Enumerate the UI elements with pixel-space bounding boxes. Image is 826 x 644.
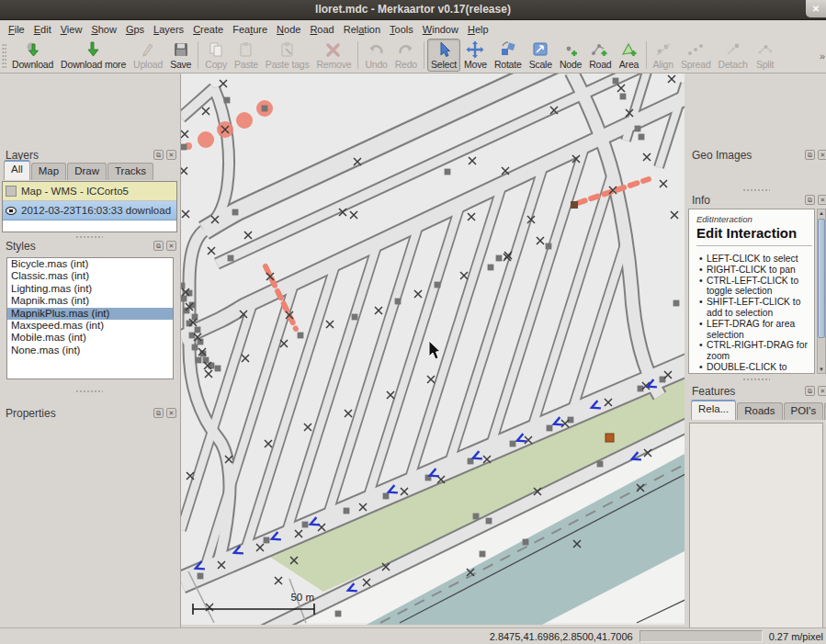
features-dock-title: Features (692, 385, 735, 398)
styles-list[interactable]: Bicycle.mas (int)Classic.mas (int)Lighti… (6, 257, 174, 379)
menu-layers[interactable]: Layers (149, 22, 188, 37)
info-content: EditInteraction Edit Interaction LEFT-CL… (688, 209, 815, 374)
remove-icon (323, 40, 344, 59)
toolbar-download-button[interactable]: Download (8, 39, 57, 72)
layers-close-button[interactable]: ✕ (166, 150, 176, 160)
scroll-up-icon[interactable]: ▲ (818, 210, 825, 216)
menu-window[interactable]: Window (418, 22, 463, 37)
layers-tab-draw[interactable]: Draw (67, 163, 107, 180)
scroll-down-icon[interactable]: ▼ (818, 367, 825, 372)
info-float-button[interactable]: ⧉ (805, 195, 815, 205)
properties-close-button[interactable]: ✕ (166, 408, 176, 418)
toolbar-scale-button[interactable]: Scale (526, 39, 556, 72)
toolbar-copy-button: Copy (201, 39, 231, 72)
layer-row-download[interactable]: 2012-03-23T16:03:33 download (3, 201, 176, 220)
menu-gps[interactable]: Gps (121, 22, 149, 37)
info-scrollbar[interactable]: ▲ ▼ (817, 209, 826, 374)
spread-icon (685, 40, 706, 59)
style-item[interactable]: Classic.mas (int) (7, 270, 173, 282)
toolbar-save-button[interactable]: Save (166, 39, 195, 72)
menu-tools[interactable]: Tools (385, 22, 418, 37)
layers-tab-map[interactable]: Map (31, 163, 66, 180)
toolbar-undo-button: Undo (361, 39, 390, 72)
layers-styles-splitter[interactable] (75, 235, 103, 239)
toolbar-move-button[interactable]: Move (460, 39, 491, 72)
styles-dock-title: Styles (6, 240, 36, 253)
menu-edit[interactable]: Edit (29, 22, 56, 37)
status-coordinates: 2.8475,41.6986,2.8500,41.7006 (490, 631, 633, 642)
close-button[interactable]: ✕ (806, 0, 826, 17)
menu-show[interactable]: Show (86, 22, 121, 37)
layers-tab-tracks[interactable]: Tracks (107, 163, 153, 180)
menubar: FileEditViewShowGpsLayersCreateFeatureNo… (0, 20, 826, 38)
styles-properties-splitter[interactable] (75, 390, 103, 393)
features-list[interactable] (689, 423, 823, 636)
titlebar[interactable]: lloret.mdc - Merkaartor v0.17(release) ✕ (0, 0, 826, 20)
style-item[interactable]: Mobile.mas (int) (7, 332, 173, 344)
undo-icon (367, 40, 387, 59)
split-icon (755, 40, 775, 59)
toolbar: » DownloadDownload moreUploadSaveCopyPas… (0, 38, 826, 73)
geo-images-float-button[interactable]: ⧉ (805, 150, 815, 160)
paste-tags-icon (277, 40, 298, 59)
toolbar-select-button[interactable]: Select (427, 39, 460, 72)
toolbar-road-button[interactable]: Road (585, 39, 615, 72)
toolbar-rotate-button[interactable]: Rotate (491, 39, 526, 72)
layer-checkbox[interactable] (6, 186, 17, 197)
layers-float-button[interactable]: ⧉ (153, 150, 164, 160)
copy-icon (206, 40, 226, 59)
toolbar-area-button[interactable]: Area (616, 39, 643, 72)
move-icon (465, 40, 485, 59)
status-progress (639, 630, 763, 642)
layer-visible-eye-icon[interactable] (6, 207, 17, 215)
menu-road[interactable]: Road (305, 22, 338, 37)
info-features-splitter[interactable] (742, 378, 770, 381)
toolbar-detach-button: Detach (715, 39, 752, 72)
layer-row-wms[interactable]: Map - WMS - ICCorto5 (3, 182, 176, 201)
style-item[interactable]: Mapnik.mas (int) (7, 295, 173, 307)
info-bullet-list: LEFT-CLICK to selectRIGHT-CLICK to panCT… (696, 254, 812, 373)
style-item[interactable]: Maxspeed.mas (int) (7, 320, 173, 332)
toolbar-download-more-button[interactable]: Download more (57, 39, 130, 72)
properties-dock-title: Properties (6, 407, 56, 420)
menu-view[interactable]: View (56, 22, 87, 37)
style-item[interactable]: None.mas (int) (7, 345, 173, 356)
style-item[interactable]: Lighting.mas (int) (7, 283, 173, 295)
menu-node[interactable]: Node (272, 22, 305, 37)
info-close-button[interactable]: ✕ (818, 195, 826, 205)
save-icon (171, 40, 191, 59)
geo-images-close-button[interactable]: ✕ (818, 150, 826, 160)
styles-float-button[interactable]: ⧉ (153, 241, 164, 251)
style-item[interactable]: Bicycle.mas (int) (7, 258, 173, 270)
menu-file[interactable]: File (4, 22, 29, 37)
toolbar-node-button[interactable]: Node (556, 39, 585, 72)
menu-create[interactable]: Create (188, 22, 228, 37)
upload-icon (138, 40, 158, 59)
right-dock-panel: Geo Images ⧉ ✕ Info ⧉ ✕ EditInteraction … (687, 73, 826, 627)
geo-info-splitter[interactable] (742, 188, 770, 192)
map-canvas[interactable]: 50 m (181, 73, 687, 627)
features-tab-roads[interactable]: Roads (737, 402, 782, 420)
status-zoom: 0.27 m/pixel (769, 631, 823, 642)
properties-float-button[interactable]: ⧉ (153, 408, 164, 418)
paste-icon (236, 40, 256, 59)
node-icon (560, 40, 581, 59)
toolbar-drag-handle[interactable] (2, 43, 6, 68)
area-icon (619, 40, 639, 59)
toolbar-overflow-chevron[interactable]: » (820, 51, 825, 62)
features-tab-rela[interactable]: Rela... (691, 400, 736, 420)
menu-feature[interactable]: Feature (228, 22, 272, 37)
menu-relation[interactable]: Relation (339, 22, 385, 37)
styles-close-button[interactable]: ✕ (166, 241, 176, 251)
layers-tab-all[interactable]: All (4, 160, 30, 180)
window-title: lloret.mdc - Merkaartor v0.17(release) (315, 3, 511, 16)
map-building-square (605, 434, 614, 442)
toolbar-paste-button: Paste (231, 39, 262, 72)
info-scrollbar-thumb[interactable] (818, 219, 825, 338)
style-item[interactable]: MapnikPlus.mas (int) (7, 308, 173, 320)
features-close-button[interactable]: ✕ (818, 386, 826, 396)
features-tab-pois[interactable]: POI's (784, 402, 824, 420)
align-icon (653, 40, 673, 59)
menu-help[interactable]: Help (463, 22, 493, 37)
features-float-button[interactable]: ⧉ (805, 386, 815, 396)
